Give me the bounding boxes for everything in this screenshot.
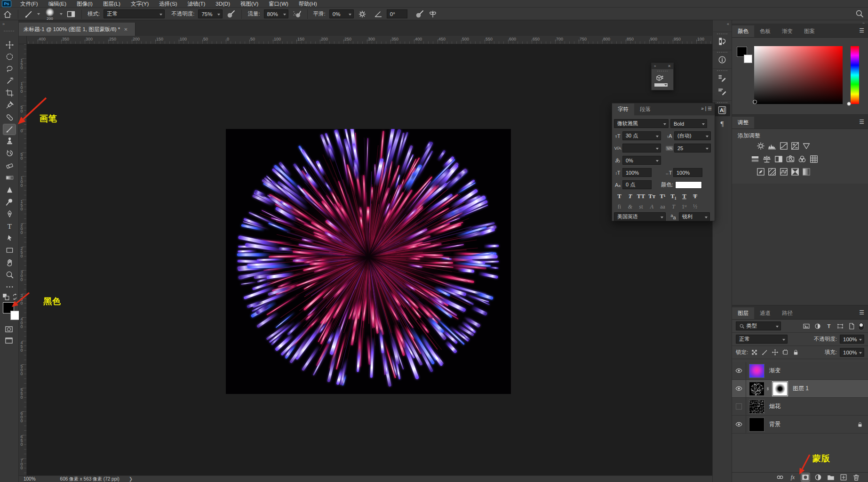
adjustment-hue-saturation-icon[interactable] xyxy=(750,154,760,164)
tool-zoom[interactable] xyxy=(3,269,16,280)
menu-item[interactable]: 视图(V) xyxy=(235,0,263,8)
mini-swatch-bar[interactable] xyxy=(654,83,668,87)
char-menu-icon[interactable]: ☰ xyxy=(708,106,712,111)
layer-row-烟花[interactable]: 烟花 xyxy=(732,398,868,416)
background-color-swatch[interactable] xyxy=(10,311,20,320)
layer-mask-thumbnail[interactable] xyxy=(772,381,788,396)
tool-history-brush[interactable] xyxy=(3,148,16,159)
opentype-contextual-button[interactable]: st xyxy=(636,203,646,210)
layers-menu-icon[interactable]: ☰ xyxy=(859,309,864,316)
menu-item[interactable]: 选择(S) xyxy=(154,0,182,8)
search-icon[interactable] xyxy=(855,9,864,18)
layer-opacity-select[interactable]: 100% xyxy=(840,335,864,344)
language-select[interactable]: 美国英语 xyxy=(614,212,666,221)
toggle-brush-panel-icon[interactable] xyxy=(66,9,76,19)
adjustment-black-white-icon[interactable] xyxy=(774,154,783,164)
panel-button-history[interactable] xyxy=(714,35,730,48)
menu-item[interactable]: 图层(L) xyxy=(98,0,126,8)
tool-healing-brush[interactable] xyxy=(3,112,16,122)
menu-item[interactable]: 文件(F) xyxy=(15,0,43,8)
tool-blur[interactable] xyxy=(3,185,16,195)
layer-filter-select[interactable]: 类型 xyxy=(736,321,781,330)
layer-name[interactable]: 烟花 xyxy=(769,402,780,410)
brush-picker-caret-icon[interactable] xyxy=(60,13,63,15)
adjustment-color-lookup-icon[interactable] xyxy=(809,154,819,164)
layer-visibility-eye-icon[interactable] xyxy=(732,416,746,433)
opentype-ligatures-button[interactable]: fi xyxy=(614,203,625,210)
adjustment-photo-filter-icon[interactable] xyxy=(786,154,795,164)
tool-move[interactable] xyxy=(3,40,16,50)
tsume-select[interactable]: 0% xyxy=(622,156,661,165)
kerning-select[interactable] xyxy=(622,144,661,153)
menu-item[interactable]: 图像(I) xyxy=(72,0,98,8)
tool-shape[interactable] xyxy=(3,245,16,256)
opacity-select[interactable]: 75% xyxy=(198,9,223,18)
menu-item[interactable]: 帮助(H) xyxy=(294,0,322,8)
text-color-swatch[interactable] xyxy=(675,181,702,189)
adjustment-posterize-icon[interactable] xyxy=(767,167,777,177)
tool-marquee[interactable] xyxy=(3,52,16,62)
airbrush-icon[interactable] xyxy=(292,9,302,19)
document-canvas-firework-image[interactable] xyxy=(226,129,511,394)
tab-段落[interactable]: 段落 xyxy=(634,104,656,115)
toolbar-collapse-icon[interactable]: » xyxy=(2,22,4,26)
lock-artboard-icon[interactable] xyxy=(782,349,789,356)
adjustment-threshold-icon[interactable] xyxy=(779,167,788,177)
toolbar-grip[interactable] xyxy=(4,31,14,32)
font-style-select[interactable]: Bold xyxy=(670,119,707,128)
brush-angle-field[interactable]: 0° xyxy=(387,9,407,18)
panel-button-brushes[interactable] xyxy=(714,85,730,97)
menu-item[interactable]: 编辑(E) xyxy=(43,0,72,8)
vertical-scale-field[interactable]: 100% xyxy=(622,168,652,177)
tab-渐变[interactable]: 渐变 xyxy=(776,25,798,37)
tab-adjustments[interactable]: 调整 xyxy=(732,117,754,129)
style-all-caps-button[interactable]: TT xyxy=(636,193,646,200)
layer-row-图层 1[interactable]: 图层 1 xyxy=(732,380,868,398)
tool-lasso[interactable] xyxy=(3,64,16,74)
status-flyout-icon[interactable]: ❯ xyxy=(129,476,133,482)
menu-item[interactable]: 3D(D) xyxy=(210,0,235,8)
tracking-select[interactable]: 25 xyxy=(674,144,711,153)
style-faux-bold-button[interactable]: T xyxy=(614,193,625,200)
opentype-swash-button[interactable]: & xyxy=(625,203,636,210)
filter-image-icon[interactable] xyxy=(803,322,810,330)
saturation-brightness-field[interactable] xyxy=(754,46,843,104)
opentype-ordinals-button[interactable]: T xyxy=(668,203,679,210)
style-strikethrough-button[interactable]: T xyxy=(690,193,701,200)
new-layer-icon[interactable] xyxy=(839,473,848,482)
tool-dodge[interactable] xyxy=(3,197,16,207)
lock-all-icon[interactable] xyxy=(792,349,799,356)
tool-eraser[interactable] xyxy=(3,161,16,171)
3d-cube-icon[interactable] xyxy=(654,74,664,83)
layer-thumbnail[interactable] xyxy=(749,400,764,414)
menu-item[interactable]: 窗口(W) xyxy=(263,0,294,8)
panel-close-icon[interactable]: ✕ xyxy=(668,64,671,68)
color-panel-menu-icon[interactable]: ☰ xyxy=(859,27,864,34)
add-layer-mask-icon[interactable] xyxy=(801,473,810,482)
tab-通道[interactable]: 通道 xyxy=(754,307,776,319)
swap-colors-icon[interactable] xyxy=(11,293,19,301)
vertical-ruler[interactable]: 1501005005010015020025030035040045050055… xyxy=(19,44,27,475)
tool-gradient[interactable] xyxy=(3,173,16,183)
delete-layer-icon[interactable] xyxy=(852,473,860,482)
horizontal-ruler[interactable]: 4003503002502001501005005010015020025030… xyxy=(27,36,712,44)
screen-mode-icon[interactable] xyxy=(4,336,14,345)
filter-shape-icon[interactable] xyxy=(836,322,844,330)
layer-thumbnail[interactable] xyxy=(749,364,764,378)
home-icon[interactable] xyxy=(3,9,12,19)
style-subscript-button[interactable]: T₁ xyxy=(668,193,679,200)
layer-thumbnail[interactable] xyxy=(749,418,764,432)
hue-slider-marker[interactable] xyxy=(847,102,851,106)
tool-magic-wand[interactable] xyxy=(3,76,16,86)
tab-图层[interactable]: 图层 xyxy=(732,307,754,319)
char-collapse-icon[interactable]: » xyxy=(701,106,704,111)
font-family-select[interactable]: 微软雅黑 xyxy=(614,119,669,128)
adjustment-exposure-icon[interactable] xyxy=(790,141,800,151)
panel-button-paragraph[interactable]: ¶ xyxy=(714,117,730,129)
layer-visibility-eye-icon[interactable] xyxy=(732,380,746,397)
brush-tool-preset-icon[interactable] xyxy=(24,9,33,19)
adjustment-brightness-contrast-icon[interactable] xyxy=(756,141,765,151)
horizontal-scale-field[interactable]: 100% xyxy=(673,168,702,177)
layer-fill-select[interactable]: 100% xyxy=(840,348,864,357)
adjustments-menu-icon[interactable]: ☰ xyxy=(859,119,864,125)
